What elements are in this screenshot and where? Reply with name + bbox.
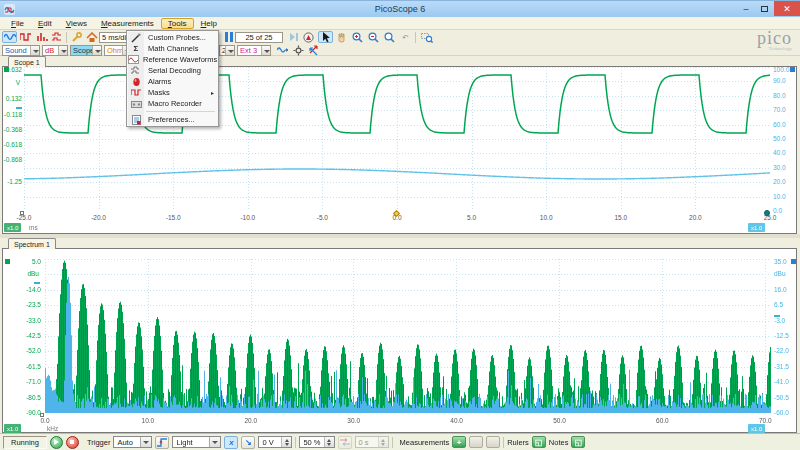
scope-left-axis: V 0.6320.132-0.118-0.368-0.618-0.868-1.2… — [3, 67, 24, 211]
axis-tick-label: 100.0 — [773, 66, 789, 73]
zoom-out-button[interactable] — [366, 31, 381, 43]
scope-right-axis-marker[interactable] — [790, 67, 795, 72]
menu-item-custom-probes[interactable]: Custom Probes... — [128, 32, 217, 43]
close-button[interactable]: ✕ — [774, 1, 800, 16]
menu-item-math-channels[interactable]: Σ Math Channels — [128, 43, 217, 54]
spectrum-left-axis-marker[interactable] — [5, 259, 10, 264]
menu-item-preferences[interactable]: Preferences... — [128, 114, 217, 125]
picoscope-window: PicoScope 6 – ✕ File Edit Views Measurem… — [0, 0, 800, 450]
delete-measurement-button[interactable] — [486, 436, 500, 448]
window-title: PicoScope 6 — [0, 4, 800, 14]
menu-views[interactable]: Views — [59, 18, 94, 29]
panel-splitter[interactable] — [0, 234, 800, 238]
notes-button[interactable]: ◱ — [571, 436, 585, 448]
menu-file[interactable]: File — [4, 18, 31, 29]
all-channels-icon[interactable] — [275, 44, 290, 56]
axis-tick-label: -60.0 — [774, 409, 789, 416]
spectrum-zoom-badge-left[interactable]: x1.0 — [4, 424, 21, 433]
axis-tick-label: -20.0 — [86, 214, 112, 221]
xy-view-button[interactable] — [50, 31, 65, 43]
persistence-view-button[interactable] — [18, 31, 33, 43]
axis-tick-label: 5.0 — [459, 214, 485, 221]
auto-setup-home-button[interactable] — [84, 31, 99, 43]
spectrum-view-button[interactable] — [34, 31, 49, 43]
pre-trigger-spinner[interactable]: 50 % — [299, 436, 334, 448]
channel-b-zero-marker[interactable] — [16, 107, 22, 109]
channel-ext3-dropdown[interactable] — [261, 46, 270, 55]
menu-item-serial-decoding[interactable]: Serial Decoding — [128, 65, 217, 76]
menu-edit[interactable]: Edit — [31, 18, 59, 29]
scope-tab[interactable]: Scope 1 — [8, 56, 46, 67]
channel-sound-dropdown[interactable] — [30, 46, 39, 55]
scope-zoom-badge-right[interactable]: x1.0 — [748, 223, 765, 232]
scope-zoom-badge-left[interactable]: x1.0 — [4, 223, 21, 232]
channel-db-dropdown[interactable] — [58, 46, 67, 55]
channel-ext3-combo[interactable]: Ext 3 — [237, 45, 271, 56]
statusbar-separator — [392, 437, 393, 448]
normal-cursor-button[interactable] — [318, 31, 333, 43]
trigger-source-dropdown[interactable] — [209, 437, 220, 447]
trigger-dragger-button[interactable]: ↘ — [241, 436, 255, 449]
trigger-mode-select[interactable]: Auto — [113, 436, 152, 448]
buffer-navigator-compass-button[interactable] — [301, 31, 316, 43]
signal-generator-icon[interactable] — [307, 44, 322, 56]
scope-time-unit: ms — [29, 224, 38, 231]
marquee-zoom-button[interactable] — [419, 31, 434, 43]
spectrum-tab-label: Spectrum 1 — [14, 241, 50, 248]
menu-item-masks[interactable]: Masks — [128, 87, 217, 98]
axis-tick-label: -1.25 — [7, 178, 22, 185]
trigger-delay-updown[interactable] — [378, 437, 388, 447]
custom-probe-wrench-icon[interactable] — [69, 31, 84, 43]
restore-button[interactable] — [756, 1, 772, 16]
scope-right-axis: 100.090.080.070.060.050.040.030.020.010.… — [771, 67, 796, 211]
next-buffer-button[interactable] — [286, 31, 301, 43]
rulers-button[interactable]: ◱ — [532, 436, 546, 448]
channel-ext2-dropdown[interactable] — [225, 46, 234, 55]
scope-left-edge-marker[interactable] — [20, 211, 24, 215]
edit-measurement-button[interactable] — [469, 436, 483, 448]
hand-tool-button[interactable] — [334, 31, 349, 43]
channel-scope-dropdown[interactable] — [92, 46, 101, 55]
trigger-edge-button[interactable] — [155, 436, 169, 449]
spectrum-tab[interactable]: Spectrum 1 — [8, 238, 56, 249]
pause-button[interactable] — [221, 31, 236, 43]
minimize-button[interactable]: – — [738, 1, 754, 16]
menu-item-reference-waveforms[interactable]: Reference Waveforms — [128, 54, 217, 65]
menu-measurements[interactable]: Measurements — [94, 18, 161, 29]
add-measurement-button[interactable]: + — [452, 436, 466, 448]
trigger-delay-spinner[interactable]: 0 s — [355, 436, 389, 448]
channel-sound-label: Sound — [3, 46, 30, 55]
trigger-mode-dropdown[interactable] — [140, 437, 151, 447]
spectrum-left-offset-marker[interactable] — [34, 282, 40, 284]
preferences-icon — [128, 115, 144, 125]
spectrum-fft-canvas[interactable] — [45, 259, 771, 413]
undo-zoom-button[interactable]: ↶ — [398, 31, 413, 43]
zoom-full-button[interactable] — [382, 31, 397, 43]
scope-right-edge-marker[interactable] — [764, 210, 770, 216]
spectrum-right-axis-marker[interactable] — [791, 259, 796, 264]
rgb-led-settings-icon[interactable] — [291, 44, 306, 56]
trigger-source-select[interactable]: Light — [172, 436, 221, 448]
scope-view-button[interactable] — [2, 31, 17, 43]
trigger-level-updown[interactable] — [281, 437, 291, 447]
zoom-in-button[interactable] — [350, 31, 365, 43]
pre-trigger-updown[interactable] — [324, 437, 334, 447]
menu-help[interactable]: Help — [194, 18, 224, 29]
axis-tick-label: -3.0 — [774, 317, 785, 324]
trigger-delay-button[interactable] — [338, 436, 352, 449]
menu-item-alarms[interactable]: Alarms — [128, 76, 217, 87]
menu-tools[interactable]: Tools — [161, 18, 194, 29]
spectrum-left-edge-marker[interactable] — [40, 413, 44, 417]
start-capture-button[interactable] — [50, 436, 63, 449]
menu-item-macro-recorder[interactable]: Macro Recorder — [128, 98, 217, 109]
stop-capture-button[interactable] — [66, 436, 79, 449]
channel-db-combo[interactable]: dB — [42, 45, 68, 56]
channel-scope-combo[interactable]: Scope — [70, 45, 102, 56]
spectrum-plot-area[interactable] — [45, 259, 771, 417]
toolbar-separator — [415, 32, 416, 43]
spectrum-zoom-badge-right[interactable]: x1.0 — [748, 424, 765, 433]
channel-ext2-combo[interactable]: 2 — [219, 45, 235, 56]
trigger-marker-button[interactable]: x — [224, 436, 238, 449]
channel-sound-combo[interactable]: Sound — [2, 45, 40, 56]
trigger-level-spinner[interactable]: 0 V — [258, 436, 292, 448]
